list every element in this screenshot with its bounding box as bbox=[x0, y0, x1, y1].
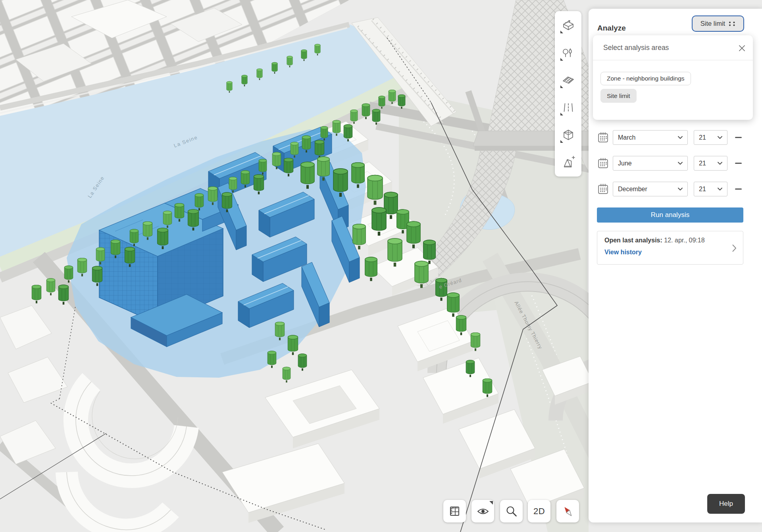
day-select[interactable]: 21 bbox=[694, 130, 727, 145]
analyze-panel: Analyze Site limit Select analysis areas… bbox=[589, 9, 762, 522]
calendar-icon bbox=[597, 157, 609, 169]
drawing-toolbar bbox=[555, 11, 581, 177]
road-lines-icon bbox=[561, 100, 575, 115]
analysis-area-button-label: Site limit bbox=[700, 20, 725, 27]
calendar-icon bbox=[597, 183, 609, 195]
toggle-2d-label: 2D bbox=[533, 506, 545, 517]
flyout-indicator bbox=[560, 85, 563, 88]
month-value: June bbox=[618, 160, 632, 167]
road-tool-button[interactable] bbox=[560, 99, 577, 116]
compass-button[interactable] bbox=[556, 500, 579, 522]
month-select[interactable]: December bbox=[613, 182, 688, 196]
hatched-zone-icon bbox=[561, 73, 575, 87]
analysis-area-button[interactable]: Site limit bbox=[692, 15, 744, 32]
prism-plus-icon bbox=[561, 155, 575, 169]
zone-tool-button[interactable] bbox=[560, 71, 577, 89]
chevron-right-icon bbox=[732, 244, 737, 252]
date-row-december: December 21 bbox=[589, 182, 762, 196]
chevron-down-icon bbox=[718, 162, 722, 165]
eye-icon bbox=[476, 504, 490, 519]
day-value: 21 bbox=[699, 160, 706, 167]
compass-icon bbox=[561, 504, 575, 519]
search-icon bbox=[504, 504, 519, 519]
toggle-2d-button[interactable]: 2D bbox=[528, 500, 550, 522]
chevron-down-icon bbox=[718, 188, 722, 191]
measure-plan-button[interactable] bbox=[443, 500, 466, 522]
chevron-down-icon bbox=[678, 136, 683, 139]
chevron-down-icon bbox=[678, 188, 683, 191]
analysis-area-option-site-limit[interactable]: Site limit bbox=[600, 89, 637, 103]
flyout-indicator bbox=[560, 31, 563, 33]
flyout-indicator bbox=[560, 140, 563, 143]
chevron-down-icon bbox=[678, 162, 683, 165]
cube-wireframe-icon bbox=[561, 128, 575, 142]
remove-date-button[interactable] bbox=[735, 137, 742, 138]
select-analysis-areas-dialog: Select analysis areas Zone - neighboring… bbox=[593, 35, 753, 120]
date-row-march: March 21 bbox=[589, 130, 762, 145]
month-value: December bbox=[618, 186, 647, 193]
month-select[interactable]: March bbox=[613, 130, 688, 145]
remove-date-button[interactable] bbox=[735, 163, 742, 164]
volume-tool-button[interactable] bbox=[560, 126, 577, 144]
help-button[interactable]: Help bbox=[707, 494, 745, 514]
chevron-down-icon bbox=[718, 136, 722, 139]
calendar-icon bbox=[597, 132, 609, 143]
day-value: 21 bbox=[699, 134, 706, 141]
option-site-limit-label: Site limit bbox=[607, 92, 630, 100]
ruler-grid-icon bbox=[448, 504, 462, 519]
building-extrude-icon bbox=[561, 18, 575, 33]
flyout-indicator bbox=[560, 58, 563, 61]
last-analysis-card[interactable]: Open last analysis: 12. apr., 09:18 View… bbox=[597, 231, 743, 265]
add-geometry-tool-button[interactable] bbox=[560, 154, 577, 171]
day-select[interactable]: 21 bbox=[694, 182, 727, 196]
last-analysis-timestamp: 12. apr., 09:18 bbox=[664, 237, 704, 244]
search-button[interactable] bbox=[500, 500, 523, 522]
flyout-indicator bbox=[489, 501, 493, 505]
day-value: 21 bbox=[699, 186, 706, 193]
visibility-button[interactable] bbox=[471, 500, 494, 522]
dialog-divider bbox=[593, 60, 753, 60]
flyout-indicator bbox=[560, 113, 563, 115]
month-select[interactable]: June bbox=[613, 156, 688, 171]
app-window: La Seine La Seine Port de Suffren bbox=[0, 0, 762, 532]
vegetation-tool-button[interactable] bbox=[560, 44, 577, 61]
date-row-june: June 21 bbox=[589, 156, 762, 171]
analysis-area-option-zone[interactable]: Zone - neighboring buildings bbox=[600, 72, 691, 85]
building-tool-button[interactable] bbox=[560, 17, 577, 34]
remove-date-button[interactable] bbox=[735, 188, 742, 190]
view-history-link[interactable]: View history bbox=[604, 249, 642, 256]
dialog-title: Select analysis areas bbox=[603, 44, 669, 52]
trees-icon bbox=[561, 46, 575, 60]
day-select[interactable]: 21 bbox=[694, 156, 727, 171]
close-icon bbox=[739, 45, 745, 52]
last-analysis-text: Open last analysis: 12. apr., 09:18 bbox=[604, 237, 705, 244]
last-analysis-label: Open last analysis: bbox=[604, 237, 662, 244]
dialog-close-button[interactable] bbox=[738, 44, 746, 52]
run-analysis-button[interactable]: Run analysis bbox=[597, 207, 743, 223]
month-value: March bbox=[618, 134, 635, 141]
option-zone-label: Zone - neighboring buildings bbox=[607, 75, 685, 82]
panel-title: Analyze bbox=[597, 24, 626, 33]
area-dots-icon bbox=[729, 21, 735, 27]
